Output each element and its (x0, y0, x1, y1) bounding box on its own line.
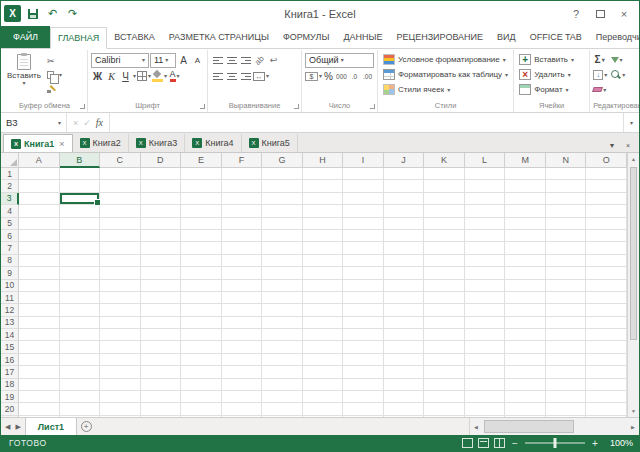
office-tab-4[interactable]: XКнига4 (185, 134, 241, 152)
cell-E16[interactable] (181, 354, 222, 366)
cell-G9[interactable] (262, 267, 303, 279)
ribbon-tab-insert[interactable]: ВСТАВКА (107, 27, 161, 48)
cell-I9[interactable] (343, 267, 384, 279)
cell-K10[interactable] (424, 280, 465, 292)
row-header-15[interactable]: 15 (1, 341, 19, 353)
autosum-button[interactable]: Σ▾ (593, 53, 606, 67)
cell-M3[interactable] (505, 193, 546, 205)
cell-A2[interactable] (19, 180, 60, 192)
cell-O19[interactable] (586, 391, 627, 403)
cell-B13[interactable] (60, 317, 101, 329)
cell-A16[interactable] (19, 354, 60, 366)
cell-G12[interactable] (262, 304, 303, 316)
cell-K5[interactable] (424, 218, 465, 230)
cell-M4[interactable] (505, 205, 546, 217)
cell-K15[interactable] (424, 341, 465, 353)
cell-H10[interactable] (303, 280, 344, 292)
cell-G13[interactable] (262, 317, 303, 329)
cell-N6[interactable] (546, 230, 587, 242)
chevron-down-icon[interactable]: ▾ (148, 73, 151, 79)
cell-L19[interactable] (465, 391, 506, 403)
cell-C3[interactable] (100, 193, 141, 205)
cell-L18[interactable] (465, 379, 506, 391)
cell-G16[interactable] (262, 354, 303, 366)
underline-button[interactable]: Ч (119, 69, 132, 83)
cell-I2[interactable] (343, 180, 384, 192)
cell-I20[interactable] (343, 403, 384, 415)
cell-E4[interactable] (181, 205, 222, 217)
row-header-16[interactable]: 16 (1, 354, 19, 366)
row-header-4[interactable]: 4 (1, 205, 19, 217)
cell-J19[interactable] (384, 391, 425, 403)
cell-N12[interactable] (546, 304, 587, 316)
cell-H9[interactable] (303, 267, 344, 279)
cell-I15[interactable] (343, 341, 384, 353)
cell-L17[interactable] (465, 366, 506, 378)
cell-L6[interactable] (465, 230, 506, 242)
cell-J21[interactable] (384, 416, 425, 417)
cell-A11[interactable] (19, 292, 60, 304)
cell-E20[interactable] (181, 403, 222, 415)
cell-O7[interactable] (586, 242, 627, 254)
row-header-7[interactable]: 7 (1, 242, 19, 254)
select-all-corner[interactable] (1, 153, 19, 168)
cut-button[interactable]: ✂ (47, 55, 62, 67)
cell-F18[interactable] (222, 379, 263, 391)
row-header-13[interactable]: 13 (1, 317, 19, 329)
cell-A21[interactable] (19, 416, 60, 417)
cell-K6[interactable] (424, 230, 465, 242)
paste-dropdown-icon[interactable]: ▾ (22, 80, 25, 86)
cell-A8[interactable] (19, 255, 60, 267)
cell-B4[interactable] (60, 205, 101, 217)
new-sheet-button[interactable]: + (77, 418, 95, 435)
horizontal-scroll-thumb[interactable] (484, 420, 574, 433)
cell-A5[interactable] (19, 218, 60, 230)
align-left-button[interactable] (211, 69, 224, 83)
cell-M15[interactable] (505, 341, 546, 353)
cell-B10[interactable] (60, 280, 101, 292)
cell-O1[interactable] (586, 168, 627, 180)
cell-I13[interactable] (343, 317, 384, 329)
cell-I12[interactable] (343, 304, 384, 316)
cell-L16[interactable] (465, 354, 506, 366)
increase-decimal-button[interactable]: .0 (348, 69, 361, 83)
ribbon-tab-formulas[interactable]: ФОРМУЛЫ (276, 27, 337, 48)
cell-M16[interactable] (505, 354, 546, 366)
underline-dropdown-icon[interactable]: ▾ (133, 73, 136, 79)
row-header-5[interactable]: 5 (1, 218, 19, 230)
cell-A7[interactable] (19, 242, 60, 254)
cell-F3[interactable] (222, 193, 263, 205)
cell-A4[interactable] (19, 205, 60, 217)
styles-item-cell-styles[interactable]: Стили ячеек▾ (381, 82, 510, 97)
fill-color-button[interactable]: ▾ (152, 69, 167, 83)
align-top-button[interactable] (211, 53, 224, 67)
row-header-18[interactable]: 18 (1, 379, 19, 391)
ribbon-tab-office-tab[interactable]: OFFICE TAB (523, 27, 589, 48)
cell-F14[interactable] (222, 329, 263, 341)
cell-K4[interactable] (424, 205, 465, 217)
cell-M11[interactable] (505, 292, 546, 304)
styles-item-conditional-formatting[interactable]: Условное форматирование▾ (381, 52, 510, 67)
cell-I5[interactable] (343, 218, 384, 230)
cells-item-insert[interactable]: Вставить▾ (517, 52, 586, 67)
cell-L10[interactable] (465, 280, 506, 292)
column-header-G[interactable]: G (262, 153, 303, 168)
office-tab-close-button[interactable]: × (621, 138, 635, 152)
cell-I10[interactable] (343, 280, 384, 292)
cell-J16[interactable] (384, 354, 425, 366)
cell-M10[interactable] (505, 280, 546, 292)
cell-A6[interactable] (19, 230, 60, 242)
font-color-button[interactable]: А▾ (168, 69, 181, 83)
cell-L9[interactable] (465, 267, 506, 279)
column-header-K[interactable]: K (424, 153, 465, 168)
cell-C21[interactable] (100, 416, 141, 417)
cell-A19[interactable] (19, 391, 60, 403)
cell-D15[interactable] (141, 341, 182, 353)
sheet-nav-left-icon[interactable]: ◀ (5, 423, 10, 431)
cell-H11[interactable] (303, 292, 344, 304)
cell-N8[interactable] (546, 255, 587, 267)
excel-app-icon[interactable]: X (4, 5, 21, 22)
merge-center-button[interactable]: ↔▾ (253, 69, 269, 83)
row-header-6[interactable]: 6 (1, 230, 19, 242)
chevron-down-icon[interactable]: ▾ (177, 73, 180, 79)
